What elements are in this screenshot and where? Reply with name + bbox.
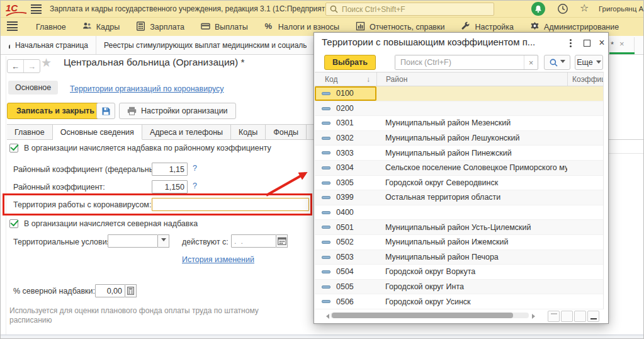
code-value: 0400 (336, 208, 354, 217)
menu-item[interactable]: Главное (28, 21, 74, 33)
horizontal-scrollbar-thumb[interactable] (332, 313, 513, 318)
forward-button[interactable]: → (23, 60, 40, 72)
menu-item[interactable]: Кадры (74, 21, 128, 33)
close-icon[interactable]: × (596, 38, 607, 48)
form-tab[interactable]: Адреса и телефоны (142, 124, 231, 140)
valid-from-date-input[interactable] (231, 234, 276, 248)
menu-item-label: Главное (36, 23, 66, 32)
printer-icon (127, 106, 137, 115)
table-row[interactable]: 0305 Городской округ Северодвинск (315, 176, 603, 191)
nav-item-main[interactable]: Основное (8, 81, 58, 95)
global-search-input[interactable] (342, 5, 490, 14)
maximize-icon[interactable] (581, 38, 592, 48)
favorite-toggle-star-icon[interactable]: ★ (41, 55, 52, 70)
sections-menu-icon[interactable] (7, 21, 18, 32)
column-header-code[interactable]: Код ↓ (315, 72, 376, 86)
cell-region: Муниципальный район Печора (376, 253, 567, 261)
back-button[interactable]: ← (8, 60, 23, 72)
section-menu: Главное Кадры Зарплата Выплаты (28, 21, 627, 33)
favorites-star-icon[interactable]: ☆ (580, 2, 589, 14)
fed-coef-help-link[interactable]: ? (193, 164, 197, 173)
calculator-icon (127, 287, 134, 295)
calculator-button[interactable] (125, 284, 137, 297)
table-row[interactable]: 0504 Городской округ Воркута (315, 265, 603, 280)
page-down-button[interactable] (574, 311, 586, 322)
form-tab[interactable]: Фонды (266, 124, 307, 140)
scroll-left-icon[interactable] (324, 314, 329, 319)
popup-search-input[interactable] (395, 55, 524, 69)
select-button[interactable]: Выбрать (324, 55, 376, 70)
checkbox-north-label: В организации начисляется северная надба… (24, 219, 198, 228)
table-row[interactable]: 0100 (315, 86, 603, 101)
tab-home[interactable]: Начальная страница (1, 36, 96, 54)
window-menu-kebab-icon[interactable] (565, 38, 576, 48)
gear-icon (530, 21, 539, 33)
menu-item[interactable]: Выплаты (193, 21, 256, 33)
scroll-right-icon[interactable] (532, 314, 538, 319)
north-percent-input[interactable] (95, 284, 125, 297)
menu-item-label: Кадры (96, 23, 120, 32)
table-row[interactable]: 0303 Муниципальный район Пинежский (315, 146, 603, 161)
code-value: 0399 (336, 193, 354, 202)
go-to-last-button[interactable] (587, 311, 599, 322)
list-item-icon (322, 92, 330, 95)
table-row[interactable]: 0304 Сельское поселение Соловецкое Примо… (315, 161, 603, 176)
chevron-down-icon (596, 60, 601, 66)
main-menu-icon[interactable] (31, 4, 42, 14)
save-and-close-button[interactable]: Записать и закрыть (7, 103, 104, 119)
fed-coef-input[interactable] (152, 163, 188, 176)
reg-coef-help-link[interactable]: ? (193, 181, 197, 190)
form-tab-label: Адреса и телефоны (150, 128, 223, 137)
search-options-button[interactable] (544, 55, 570, 70)
territorial-conditions-input[interactable] (108, 234, 158, 248)
menu-item[interactable]: Настройка (453, 21, 522, 33)
table-row[interactable]: 0301 Муниципальный район Мезенский (315, 116, 603, 131)
checkbox-north-allowance[interactable]: В организации начисляется северная надба… (9, 219, 198, 228)
change-history-link[interactable]: История изменений (182, 255, 254, 264)
global-search[interactable] (325, 3, 494, 16)
form-tab-label: Коды (239, 128, 257, 137)
menu-item[interactable]: Администрирование (522, 21, 627, 33)
form-tab[interactable]: Коды (231, 124, 266, 140)
code-value: 0302 (336, 134, 354, 142)
form-tab[interactable]: Главное (7, 124, 53, 140)
menu-item[interactable]: Зарплата (128, 21, 193, 33)
nav-link-covid-territories[interactable]: Территории организаций по коронавирусу (70, 84, 224, 93)
column-header-region[interactable]: Район (376, 72, 567, 86)
table-row[interactable]: 0505 Городской округ Инта (315, 280, 603, 295)
organization-settings-button[interactable]: Настройки организации (119, 103, 236, 119)
go-to-first-button[interactable] (548, 311, 560, 322)
more-button[interactable]: Еще (575, 55, 603, 70)
table-row[interactable]: 0200 (315, 101, 603, 117)
save-button[interactable] (96, 103, 115, 119)
tab-registry[interactable]: Реестры стимулирующих выплат медицинским… (96, 36, 314, 54)
cell-region: Муниципальный район Пинежский (376, 149, 567, 158)
table-row[interactable]: 0302 Муниципальный район Лешуконский (315, 131, 603, 146)
calendar-button[interactable] (276, 234, 288, 248)
cell-region: Муниципальный район Лешуконский (376, 134, 567, 142)
clear-search-icon[interactable]: × (524, 55, 538, 69)
table-row[interactable]: 0502 Муниципальный район Ижемский (315, 235, 603, 250)
column-header-coefficient[interactable]: Коэффиц (567, 72, 603, 86)
form-tab-label: Основные сведения (60, 128, 134, 137)
territorial-conditions-dropdown-button[interactable] (158, 234, 169, 248)
menu-item[interactable]: Отчетность, справки (347, 21, 453, 33)
checkbox-district-coefficient[interactable]: В организации начисляется надбавка по ра… (9, 144, 271, 152)
menu-item[interactable]: Налоги и взносы (256, 21, 347, 33)
1c-logo: 1С (6, 3, 28, 15)
notifications-button[interactable] (531, 2, 545, 16)
table-row[interactable]: 0501 Муниципальный район Усть-Цилемский (315, 220, 603, 235)
tab-close-icon[interactable]: × (619, 39, 624, 49)
table-row[interactable]: 0399 Остальная территория области (315, 190, 603, 205)
cell-code: 0501 (315, 220, 376, 234)
form-tab[interactable]: Основные сведения (53, 124, 142, 140)
current-user[interactable]: Григорьянц А.А. (системный адм (599, 5, 644, 13)
report-icon (356, 21, 365, 33)
code-value: 0305 (336, 178, 354, 187)
page-up-button[interactable] (561, 311, 573, 322)
history-clock-icon[interactable] (557, 3, 568, 14)
reg-coef-input[interactable] (152, 180, 188, 193)
table-row[interactable]: 0506 Городской округ Усинск (315, 294, 603, 309)
table-row[interactable]: 0503 Муниципальный район Печора (315, 250, 603, 265)
table-row[interactable]: 0400 (315, 205, 603, 221)
